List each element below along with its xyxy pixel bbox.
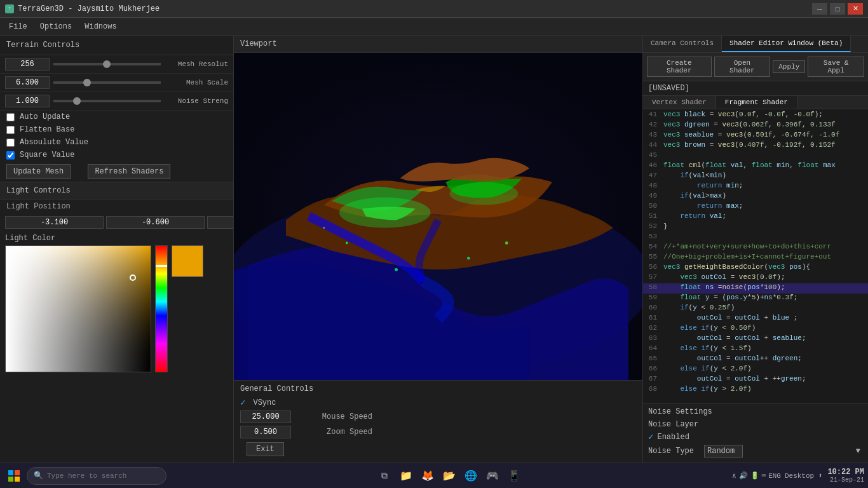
close-button[interactable]: ✕: [848, 3, 863, 15]
refresh-shaders-button[interactable]: Refresh Shaders: [88, 164, 170, 179]
code-area[interactable]: 41 vec3 black = vec3(0.0f, -0.0f, -0.0f)…: [643, 109, 868, 403]
search-bar[interactable]: 🔍: [27, 467, 166, 485]
code-line-59: 59 float y = (pos.y*5)+ns*0.3f;: [643, 294, 868, 304]
svg-point-2: [339, 198, 431, 228]
mesh-scale-slider[interactable]: [53, 81, 161, 84]
code-line-66: 66 else if(y < 2.0f): [643, 365, 868, 375]
mouse-speed-input[interactable]: 25.000: [240, 410, 291, 423]
terrain-controls-header: Terrain Controls: [0, 36, 233, 55]
mesh-scale-input[interactable]: 6.300: [5, 76, 50, 89]
left-scroll: Terrain Controls 256 Mesh Resolut 6.300 …: [0, 36, 233, 463]
light-pos-z-input[interactable]: 0.000: [207, 216, 233, 229]
search-icon: 🔍: [34, 471, 43, 480]
code-line-62: 62 else if(y < 0.50f): [643, 324, 868, 334]
hue-cursor: [156, 265, 167, 267]
auto-update-row[interactable]: Auto Update: [0, 111, 233, 123]
noise-settings-header: Noise Settings: [648, 407, 863, 416]
clock-time: 10:22 PM: [827, 468, 864, 477]
color-gradient[interactable]: [5, 245, 151, 372]
svg-point-5: [467, 257, 470, 260]
light-pos-y-input[interactable]: -0.600: [106, 216, 205, 229]
tray-volume[interactable]: 🔋: [750, 471, 759, 480]
fragment-shader-tab[interactable]: Fragment Shader: [716, 96, 797, 109]
flatten-base-checkbox[interactable]: [6, 126, 15, 134]
code-line-55: 55 //One+big+problem+is+I+cannot+figure+…: [643, 253, 868, 263]
mesh-resolution-slider-container: [53, 59, 161, 69]
update-mesh-button[interactable]: Update Mesh: [6, 164, 71, 179]
apply-button[interactable]: Apply: [773, 60, 805, 73]
tab-shader-editor[interactable]: Shader Editor Window (Beta): [722, 36, 851, 52]
menu-file[interactable]: File: [3, 20, 34, 34]
taskbar-file-explorer[interactable]: 📁: [397, 467, 415, 485]
save-apply-button[interactable]: Save & Appl: [808, 57, 864, 77]
taskbar-firefox[interactable]: 🦊: [419, 467, 437, 485]
mesh-resolution-slider[interactable]: [53, 63, 161, 65]
zoom-speed-label: Zoom Speed: [296, 428, 372, 437]
square-value-label: Square Value: [20, 151, 74, 159]
code-line-42: 42 vec3 dgreen = vec3(0.062f, 0.396f, 0.…: [643, 121, 868, 131]
mesh-resolution-input[interactable]: 256: [5, 58, 50, 71]
exit-button[interactable]: Exit: [247, 442, 284, 456]
hue-slider[interactable]: [155, 245, 168, 372]
center-panel: Viewport: [234, 36, 642, 463]
viewport[interactable]: [234, 53, 642, 380]
tray-keyboard[interactable]: ⌨: [762, 471, 766, 480]
mesh-scale-slider-container: [53, 78, 161, 88]
mouse-speed-label: Mouse Speed: [296, 412, 372, 421]
light-pos-x-input[interactable]: -3.100: [5, 216, 104, 229]
code-line-64: 64 else if(y < 1.5f): [643, 344, 868, 355]
code-line-60: 60 if(y < 0.25f): [643, 304, 868, 314]
noise-layer-row: Noise Layer: [648, 419, 863, 430]
square-value-row[interactable]: Square Value: [0, 149, 233, 161]
light-position-row: -3.100 -0.600 0.000: [0, 214, 233, 231]
general-controls: General Controls ✓ VSync 25.000 Mouse Sp…: [234, 380, 642, 463]
menu-options[interactable]: Options: [34, 20, 78, 34]
taskbar-browser2[interactable]: 🌐: [462, 467, 480, 485]
menubar: File Options Widnows: [0, 18, 868, 36]
square-value-checkbox[interactable]: [6, 151, 15, 159]
absolute-value-row[interactable]: Absoulute Value: [0, 136, 233, 149]
titlebar-controls: ─ □ ✕: [812, 3, 863, 15]
desktop-label[interactable]: Desktop ⬆: [785, 471, 822, 480]
create-shader-button[interactable]: Create Shader: [647, 57, 712, 77]
taskbar-app1[interactable]: 🎮: [484, 467, 501, 485]
search-input[interactable]: [47, 472, 159, 480]
svg-point-3: [449, 182, 518, 205]
code-line-61: 61 outCol = outCol + blue ;: [643, 314, 868, 324]
menu-windows[interactable]: Widnows: [78, 20, 123, 34]
tray-chevron[interactable]: ∧: [732, 471, 736, 480]
maximize-button[interactable]: □: [830, 3, 845, 15]
minimize-button[interactable]: ─: [812, 3, 827, 15]
code-line-50: 50 return max;: [643, 202, 868, 212]
right-panel: Camera Controls Shader Editor Window (Be…: [642, 36, 868, 463]
start-button[interactable]: [4, 466, 24, 486]
noise-strength-slider[interactable]: [53, 100, 161, 102]
flatten-base-row[interactable]: Flatten Base: [0, 123, 233, 136]
viewport-header: Viewport: [234, 36, 642, 53]
windows-icon: [8, 470, 20, 482]
taskbar-app2[interactable]: 📱: [505, 467, 523, 485]
vertex-shader-tab[interactable]: Vertex Shader: [643, 96, 716, 109]
code-line-57: 57 vec3 outCol = vec3(0.0f);: [643, 273, 868, 283]
taskbar-files[interactable]: 📂: [440, 467, 458, 485]
absolute-value-checkbox[interactable]: [6, 139, 15, 147]
tab-camera-controls[interactable]: Camera Controls: [643, 36, 722, 52]
noise-strength-input[interactable]: 1.000: [5, 95, 50, 107]
auto-update-checkbox[interactable]: [6, 113, 15, 121]
clock-desktop-area: Desktop ⬆ 10:22 PM 21-Sep-21: [785, 468, 864, 484]
mesh-scale-row: 6.300 Mesh Scale: [0, 74, 233, 92]
noise-type-select[interactable]: Random Perlin Simplex Value: [704, 445, 743, 458]
noise-layer-label: Noise Layer: [648, 420, 699, 429]
tray-lang[interactable]: ENG: [768, 472, 781, 480]
clock-date: 21-Sep-21: [827, 477, 864, 484]
taskbar-task-view[interactable]: ⧉: [376, 467, 393, 485]
titlebar-title: TerraGen3D - Jaysmito Mukherjee: [18, 4, 159, 13]
mesh-resolution-row: 256 Mesh Resolut: [0, 55, 233, 74]
clock[interactable]: 10:22 PM 21-Sep-21: [827, 468, 864, 484]
flatten-base-label: Flatten Base: [20, 125, 74, 134]
system-tray: ∧ 🔊 🔋 ⌨ ENG: [732, 471, 781, 480]
zoom-speed-input[interactable]: 0.500: [240, 426, 291, 438]
tray-network[interactable]: 🔊: [739, 471, 748, 480]
open-shader-button[interactable]: Open Shader: [714, 57, 771, 77]
titlebar: T TerraGen3D - Jaysmito Mukherjee ─ □ ✕: [0, 0, 868, 18]
